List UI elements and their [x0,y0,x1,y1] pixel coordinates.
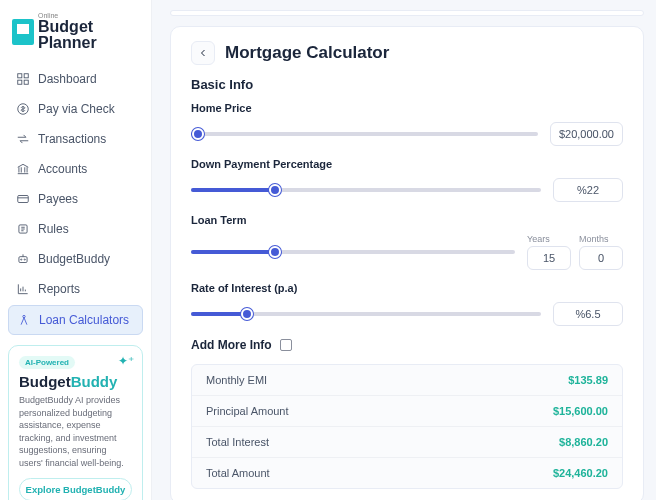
result-label: Monthly EMI [206,374,267,386]
svg-rect-3 [24,80,28,84]
result-row: Total Amount$24,460.20 [192,458,622,488]
result-row: Principal Amount$15,600.00 [192,396,622,427]
explore-budgetbuddy-button[interactable]: Explore BudgetBuddy [19,478,132,500]
svg-rect-7 [19,257,27,263]
card-icon [16,192,30,206]
brand-logo: Online Budget Planner [8,8,143,55]
bb-title-a: Budget [19,373,71,390]
loan-term-label: Loan Term [191,214,623,226]
section-title: Basic Info [191,77,623,92]
sidebar-item-loan-calculators[interactable]: Loan Calculators [8,305,143,335]
dollar-icon [16,102,30,116]
result-value: $15,600.00 [553,405,608,417]
home-price-label: Home Price [191,102,623,114]
svg-rect-5 [18,196,29,203]
sidebar-item-label: Loan Calculators [39,313,129,327]
years-label: Years [527,234,550,244]
bb-title-b: Buddy [71,373,118,390]
svg-point-10 [23,315,25,317]
down-payment-label: Down Payment Percentage [191,158,623,170]
sidebar-item-label: Pay via Check [38,102,115,116]
main-content: Mortgage Calculator Basic Info Home Pric… [152,0,656,500]
sidebar-item-pay-via-check[interactable]: Pay via Check [8,95,143,123]
sidebar-item-reports[interactable]: Reports [8,275,143,303]
sidebar-item-accounts[interactable]: Accounts [8,155,143,183]
months-label: Months [579,234,609,244]
result-value: $8,860.20 [559,436,608,448]
rules-icon [16,222,30,236]
dashboard-icon [16,72,30,86]
sidebar-item-payees[interactable]: Payees [8,185,143,213]
months-input[interactable]: 0 [579,246,623,270]
compass-icon [17,313,31,327]
bank-icon [16,162,30,176]
sidebar-item-label: Payees [38,192,78,206]
down-payment-slider[interactable] [191,181,541,199]
robot-icon [16,252,30,266]
sidebar-item-label: Transactions [38,132,106,146]
sidebar-item-label: Reports [38,282,80,296]
brand-mark-icon [12,19,34,45]
svg-rect-2 [18,80,22,84]
years-input[interactable]: 15 [527,246,571,270]
budgetbuddy-promo: ✦⁺ AI-Powered BudgetBuddy BudgetBuddy AI… [8,345,143,500]
home-price-input[interactable]: $20,000.00 [550,122,623,146]
arrows-icon [16,132,30,146]
sidebar-item-rules[interactable]: Rules [8,215,143,243]
page-title: Mortgage Calculator [225,43,389,63]
bb-description: BudgetBuddy AI provides personalized bud… [19,394,132,470]
slider-thumb[interactable] [192,128,204,140]
svg-rect-0 [18,74,22,78]
add-more-label: Add More Info [191,338,272,352]
back-button[interactable] [191,41,215,65]
result-value: $135.89 [568,374,608,386]
sidebar: Online Budget Planner Dashboard Pay via … [0,0,152,500]
result-label: Principal Amount [206,405,289,417]
sidebar-item-label: BudgetBuddy [38,252,110,266]
results-box: Monthly EMI$135.89 Principal Amount$15,6… [191,364,623,489]
svg-point-9 [24,259,25,260]
svg-rect-1 [24,74,28,78]
result-label: Total Interest [206,436,269,448]
result-row: Monthly EMI$135.89 [192,365,622,396]
sparkle-icon: ✦⁺ [118,354,134,368]
slider-thumb[interactable] [269,184,281,196]
sidebar-item-dashboard[interactable]: Dashboard [8,65,143,93]
slider-thumb[interactable] [269,246,281,258]
sidebar-item-transactions[interactable]: Transactions [8,125,143,153]
sidebar-item-label: Accounts [38,162,87,176]
down-payment-input[interactable]: %22 [553,178,623,202]
bb-badge: AI-Powered [19,356,75,369]
result-label: Total Amount [206,467,270,479]
sidebar-item-label: Rules [38,222,69,236]
slider-thumb[interactable] [241,308,253,320]
sidebar-item-budgetbuddy[interactable]: BudgetBuddy [8,245,143,273]
add-more-checkbox[interactable] [280,339,292,351]
result-row: Total Interest$8,860.20 [192,427,622,458]
rate-input[interactable]: %6.5 [553,302,623,326]
rate-label: Rate of Interest (p.a) [191,282,623,294]
calculator-card: Mortgage Calculator Basic Info Home Pric… [170,26,644,500]
nav: Dashboard Pay via Check Transactions Acc… [8,65,143,335]
sidebar-item-label: Dashboard [38,72,97,86]
home-price-slider[interactable] [191,125,538,143]
rate-slider[interactable] [191,305,541,323]
loan-term-slider[interactable] [191,243,515,261]
svg-point-8 [21,259,22,260]
chart-icon [16,282,30,296]
top-spacer-card [170,10,644,16]
result-value: $24,460.20 [553,467,608,479]
brand-line2: Planner [38,34,97,51]
brand-line1: Budget [38,18,93,35]
